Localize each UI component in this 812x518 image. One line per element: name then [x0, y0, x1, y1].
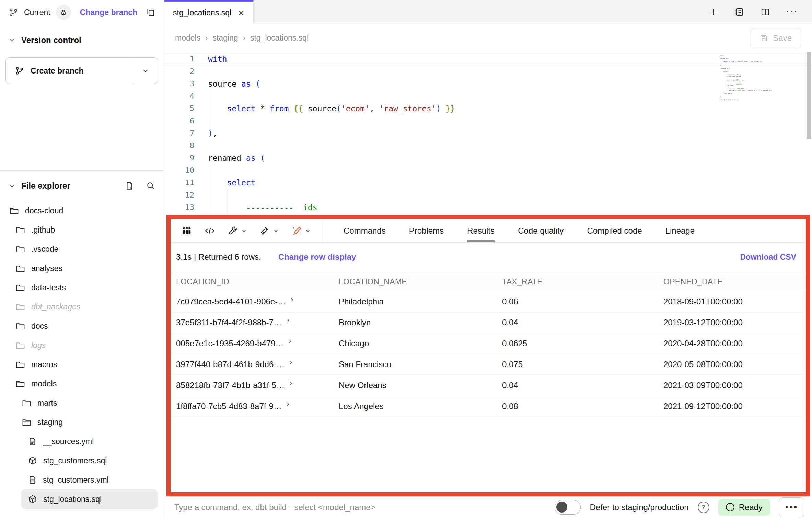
chevron-down-icon[interactable]: [8, 182, 16, 190]
new-file-icon[interactable]: [125, 181, 134, 191]
create-branch-dropdown[interactable]: [133, 58, 158, 84]
version-control-header[interactable]: Version control: [0, 25, 164, 45]
file-tree: docs-cloud.github.vscodeanalysesdata-tes…: [0, 191, 164, 509]
folder-icon: [15, 321, 25, 331]
panel-tab-commands[interactable]: Commands: [344, 219, 386, 242]
copy-files-icon[interactable]: [145, 7, 155, 18]
file-tree-item-stg_customers.sql[interactable]: stg_customers.sql: [0, 451, 164, 470]
code-line-10[interactable]: 10: [164, 164, 812, 177]
code-line-6[interactable]: 6: [164, 115, 812, 127]
expand-cell-icon[interactable]: [285, 318, 291, 323]
help-icon[interactable]: ?: [698, 502, 709, 513]
version-control-section: Version control Create branch: [0, 25, 164, 171]
file-icon: [28, 475, 37, 485]
new-tab-icon[interactable]: [709, 7, 718, 17]
build-tools-dropdown[interactable]: [228, 226, 247, 236]
create-branch-main[interactable]: Create branch: [6, 58, 133, 84]
ide-status-badge[interactable]: Ready: [718, 499, 770, 516]
table-row[interactable]: 37e5f311-b7f4-4f2f-988b-7…Brooklyn0.0420…: [171, 312, 806, 333]
file-tree-item-__sources.yml[interactable]: __sources.yml: [0, 432, 164, 451]
code-line-13[interactable]: 13 ---------- ids: [164, 201, 812, 214]
branch-bar: Current Change branch: [0, 0, 164, 25]
file-tree-item-data-tests[interactable]: data-tests: [0, 278, 164, 297]
defer-toggle[interactable]: [555, 500, 581, 515]
cell-location-name: Philadelphia: [339, 297, 502, 306]
search-icon[interactable]: [146, 181, 155, 191]
folder-icon: [15, 263, 25, 273]
table-row[interactable]: 7c079cea-5ed4-4101-906e-…Philadelphia0.0…: [171, 291, 806, 312]
ide-status-label: Ready: [739, 503, 763, 512]
code-line-5[interactable]: 5 select * from {{ source('ecom', 'raw_s…: [164, 102, 812, 115]
file-tree-item-docs-cloud[interactable]: docs-cloud: [0, 201, 164, 220]
code-line-11[interactable]: 11 select: [164, 177, 812, 189]
code-line-9[interactable]: 9renamed as (: [164, 152, 812, 164]
scrollbar-thumb[interactable]: [807, 52, 811, 139]
file-tree-item-logs[interactable]: logs: [0, 336, 164, 355]
save-button[interactable]: Save: [750, 28, 801, 48]
table-row[interactable]: 3977f440-b87d-461b-9dd6-…San Francisco0.…: [171, 354, 806, 375]
panel-toolbar: CommandsProblemsResultsCode qualityCompi…: [171, 219, 806, 243]
panel-tab-lineage[interactable]: Lineage: [665, 219, 695, 242]
line-number: 10: [164, 164, 208, 177]
line-content: select * from {{ source('ecom', 'raw_sto…: [208, 102, 455, 115]
expand-cell-icon[interactable]: [288, 381, 293, 386]
chevron-down-icon: [241, 228, 247, 234]
table-row[interactable]: 858218fb-73f7-4b1b-a31f-5…New Orleans0.0…: [171, 375, 806, 396]
panel-tab-compiled-code[interactable]: Compiled code: [587, 219, 642, 242]
expand-cell-icon[interactable]: [288, 360, 293, 365]
line-number: 4: [164, 90, 208, 102]
breadcrumb-item: staging: [212, 33, 238, 43]
command-input[interactable]: [174, 502, 555, 513]
editor-minimap[interactable]: withsource as ( select * from {{ source(…: [720, 55, 772, 101]
create-branch-button[interactable]: Create branch: [5, 57, 158, 84]
code-line-4[interactable]: 4: [164, 90, 812, 102]
file-tree-item-.github[interactable]: .github: [0, 220, 164, 239]
change-row-display-link[interactable]: Change row display: [278, 252, 356, 262]
format-dropdown[interactable]: [259, 226, 279, 236]
file-tree-item-stg_customers.yml[interactable]: stg_customers.yml: [0, 470, 164, 489]
code-line-8[interactable]: 8: [164, 139, 812, 152]
line-content: renamed as (: [208, 152, 265, 164]
file-tree-item-label: marts: [37, 398, 57, 408]
panel-tabs: CommandsProblemsResultsCode qualityCompi…: [322, 219, 716, 242]
table-view-icon[interactable]: [182, 226, 192, 236]
change-branch-link[interactable]: Change branch: [80, 8, 137, 17]
code-line-1[interactable]: 1with: [164, 53, 812, 65]
file-tree-item-.vscode[interactable]: .vscode: [0, 239, 164, 259]
code-line-7[interactable]: 7),: [164, 127, 812, 139]
panel-tab-results[interactable]: Results: [467, 219, 495, 242]
download-csv-link[interactable]: Download CSV: [740, 252, 796, 262]
file-tree-item-marts[interactable]: marts: [0, 393, 164, 413]
split-editor-icon[interactable]: [760, 7, 770, 17]
table-row[interactable]: 005e7e1c-1935-4269-b479…Chicago0.0625202…: [171, 333, 806, 354]
expand-cell-icon[interactable]: [289, 297, 295, 302]
file-tree-item-docs[interactable]: docs: [0, 316, 164, 336]
expand-cell-icon[interactable]: [285, 402, 291, 407]
file-tree-item-dbt_packages[interactable]: dbt_packages: [0, 297, 164, 316]
code-view-icon[interactable]: [204, 226, 215, 236]
file-tree-item-macros[interactable]: macros: [0, 355, 164, 374]
line-number: 1: [164, 53, 208, 65]
breadcrumb-separator: ›: [205, 34, 208, 43]
ai-assist-dropdown[interactable]: [291, 226, 311, 236]
file-tree-item-models[interactable]: models: [0, 374, 164, 393]
file-tree-item-analyses[interactable]: analyses: [0, 259, 164, 278]
code-line-2[interactable]: 2: [164, 65, 812, 78]
file-tree-item-staging[interactable]: staging: [0, 413, 164, 432]
file-tree-item-stg_locations.sql[interactable]: stg_locations.sql: [21, 489, 158, 509]
table-row[interactable]: 1f8ffa70-7cb5-4d83-8a7f-9…Los Angeles0.0…: [171, 396, 806, 417]
code-line-3[interactable]: 3source as (: [164, 78, 812, 90]
line-number: 7: [164, 127, 208, 139]
lock-icon: [60, 9, 67, 16]
panel-tab-problems[interactable]: Problems: [409, 219, 444, 242]
changelog-icon[interactable]: [734, 7, 744, 17]
more-options-icon[interactable]: ···: [786, 7, 798, 17]
code-line-12[interactable]: 12: [164, 189, 812, 201]
command-bar-more-button[interactable]: •••: [779, 497, 804, 517]
file-tree-item-label: analyses: [31, 264, 62, 273]
file-tree-item-label: models: [31, 379, 57, 388]
close-icon[interactable]: ×: [238, 8, 244, 18]
panel-tab-code-quality[interactable]: Code quality: [518, 219, 564, 242]
tab-stg-locations-sql[interactable]: stg_locations.sql ×: [164, 0, 254, 24]
expand-cell-icon[interactable]: [287, 339, 293, 344]
